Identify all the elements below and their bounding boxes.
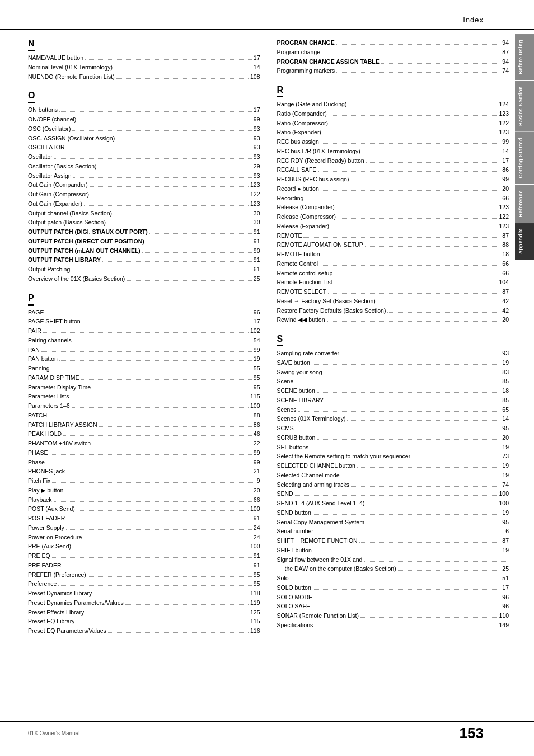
footer-page-number: 153 xyxy=(460,725,484,742)
list-item: SONAR (Remote Function List) 110 xyxy=(277,612,509,621)
list-item: SEND button 19 xyxy=(277,509,509,518)
list-item: SOLO SAFE 96 xyxy=(277,602,509,611)
list-item: Pitch Fix 9 xyxy=(28,477,260,486)
right-column: PROGRAM CHANGE 94 Program change 87 PROG… xyxy=(277,35,509,636)
tab-getting-started[interactable]: Getting Started xyxy=(515,132,534,184)
list-item: Pairing channels 54 xyxy=(28,336,260,345)
list-item: Power-on Procedure 24 xyxy=(28,533,260,542)
list-item: POST FADER 91 xyxy=(28,514,260,523)
list-item: Preference 95 xyxy=(28,580,260,589)
page-footer: 01X Owner's Manual 153 xyxy=(0,721,534,745)
section-p: P PAGE 96 PAGE SHIFT button 17 PAIR 102 xyxy=(28,284,260,636)
list-item: PROGRAM CHANGE ASSIGN TABLE 94 xyxy=(277,58,509,67)
list-item: PATCH LIBRARY ASSIGN 86 xyxy=(28,421,260,430)
tab-reference[interactable]: Reference xyxy=(515,184,534,223)
list-item: Recording 66 xyxy=(277,194,509,203)
tab-before-using[interactable]: Before Using xyxy=(515,34,534,80)
list-item: OSC. ASSIGN (Oscillator Assign) 93 xyxy=(28,134,260,143)
list-item: Remote control setup 66 xyxy=(277,269,509,278)
section-p-continued: PROGRAM CHANGE 94 Program change 87 PROG… xyxy=(277,39,509,76)
list-item: Preset Dynamics Parameters/Values 119 xyxy=(28,599,260,608)
list-item: Oscillator (Basics Section) 29 xyxy=(28,162,260,171)
left-column: N NAME/VALUE button 17 Nominal level (01… xyxy=(28,35,260,636)
list-item: PRE (Aux Send) 100 xyxy=(28,542,260,551)
list-item: Preset EQ Parameters/Values 116 xyxy=(28,627,260,636)
list-item: Play ▶ button 20 xyxy=(28,486,260,495)
section-header-s: S xyxy=(277,334,283,346)
page: Index Before Using Basics Section Gettin… xyxy=(0,0,534,756)
list-item: OSCILLATOR 93 xyxy=(28,143,260,152)
list-item: NAME/VALUE button 17 xyxy=(28,54,260,63)
page-header: Index xyxy=(0,11,534,30)
section-o: O ON buttons 17 ON/OFF (channel) 99 OSC … xyxy=(28,82,260,283)
list-item: Ratio (Expander) 123 xyxy=(277,128,509,137)
list-item: Selected Channel mode 19 xyxy=(277,471,509,480)
list-item: Scenes 65 xyxy=(277,406,509,415)
list-item: REMOTE AUTOMATION SETUP 88 xyxy=(277,241,509,250)
list-item: Sampling rate converter 93 xyxy=(277,349,509,358)
list-item: SCENE LIBRARY 85 xyxy=(277,396,509,405)
list-item: Preset Effects Library 125 xyxy=(28,608,260,617)
list-item: Parameter Lists 115 xyxy=(28,392,260,401)
list-item: PARAM DISP TIME 95 xyxy=(28,374,260,383)
list-item: PHANTOM +48V switch 22 xyxy=(28,439,260,448)
list-item: POST (Aux Send) 100 xyxy=(28,505,260,514)
list-item: PATCH 88 xyxy=(28,411,260,420)
list-item: Restore Factory Defaults (Basics Section… xyxy=(277,307,509,316)
list-item: Release (Compressor) 122 xyxy=(277,213,509,222)
list-item: PAGE SHIFT button 17 xyxy=(28,317,260,326)
list-item: Overview of the 01X (Basics Section) 25 xyxy=(28,275,260,284)
list-item: SOLO button 17 xyxy=(277,584,509,593)
list-item: Solo 51 xyxy=(277,574,509,583)
list-item: Record ● button 20 xyxy=(277,185,509,194)
list-item: PRE FADER 91 xyxy=(28,561,260,570)
list-item: Scene 85 xyxy=(277,377,509,386)
list-item: SAVE button 19 xyxy=(277,359,509,368)
list-item: Out Gain (Compander) 123 xyxy=(28,181,260,190)
list-item: PHASE 99 xyxy=(28,449,260,458)
list-item: OUTPUT PATCH (DIGI. ST/AUX OUT PORT) 91 xyxy=(28,228,260,237)
list-item: OSC (Oscillator) 93 xyxy=(28,125,260,134)
list-item: PAGE 96 xyxy=(28,308,260,317)
list-item: Phase 99 xyxy=(28,458,260,467)
list-item: Out Gain (Compressor) 122 xyxy=(28,190,260,199)
list-item: Remote Function List 104 xyxy=(277,278,509,287)
list-item: Output patch (Basics Section) 30 xyxy=(28,218,260,227)
list-item: Out Gain (Expander) 123 xyxy=(28,200,260,209)
list-item: Signal flow between the 01X and xyxy=(277,556,509,565)
list-item: Ratio (Compressor) 122 xyxy=(277,119,509,128)
list-item: REMOTE 87 xyxy=(277,232,509,241)
list-item: SEND 100 xyxy=(277,490,509,499)
list-item: Selecting and arming tracks 74 xyxy=(277,481,509,490)
list-item: PAN 99 xyxy=(28,346,260,355)
list-item: Program change 87 xyxy=(277,48,509,57)
list-item: Remote Control 66 xyxy=(277,260,509,269)
list-item: Ratio (Compander) 123 xyxy=(277,110,509,119)
tab-appendix[interactable]: Appendix xyxy=(515,223,534,260)
list-item: Programming markers 74 xyxy=(277,67,509,76)
list-item: Power Supply 24 xyxy=(28,524,260,533)
list-item: REC RDY (Record Ready) button 17 xyxy=(277,157,509,166)
list-item: Panning 55 xyxy=(28,364,260,373)
tab-basics-section[interactable]: Basics Section xyxy=(515,80,534,132)
list-item: RECALL SAFE 86 xyxy=(277,166,509,175)
list-item: REC bus L/R (01X Terminology) 14 xyxy=(277,147,509,156)
list-item: REMOTE button 18 xyxy=(277,250,509,259)
section-header-p: P xyxy=(28,293,34,306)
list-item: Select the Remote setting to match your … xyxy=(277,452,509,461)
footer-manual: 01X Owner's Manual xyxy=(28,730,80,736)
list-item: SOLO MODE 96 xyxy=(277,593,509,602)
list-item: NUENDO (Remote Function List) 108 xyxy=(28,73,260,82)
header-title: Index xyxy=(463,16,484,24)
list-item: ON/OFF (channel) 99 xyxy=(28,115,260,124)
list-item: Specifications 149 xyxy=(277,621,509,630)
list-item: Serial Copy Management System 95 xyxy=(277,518,509,527)
list-item: PHONES jack 21 xyxy=(28,467,260,476)
section-n: N NAME/VALUE button 17 Nominal level (01… xyxy=(28,35,260,81)
list-item: SHIFT button 19 xyxy=(277,546,509,555)
list-item: SEND 1–4 (AUX Send Level 1–4) 100 xyxy=(277,499,509,508)
list-item: Oscillator Assign 93 xyxy=(28,172,260,181)
list-item: Reset → Factory Set (Basics Section) 42 xyxy=(277,297,509,306)
list-item: Serial number 6 xyxy=(277,527,509,536)
list-item: Range (Gate and Ducking) 124 xyxy=(277,100,509,109)
